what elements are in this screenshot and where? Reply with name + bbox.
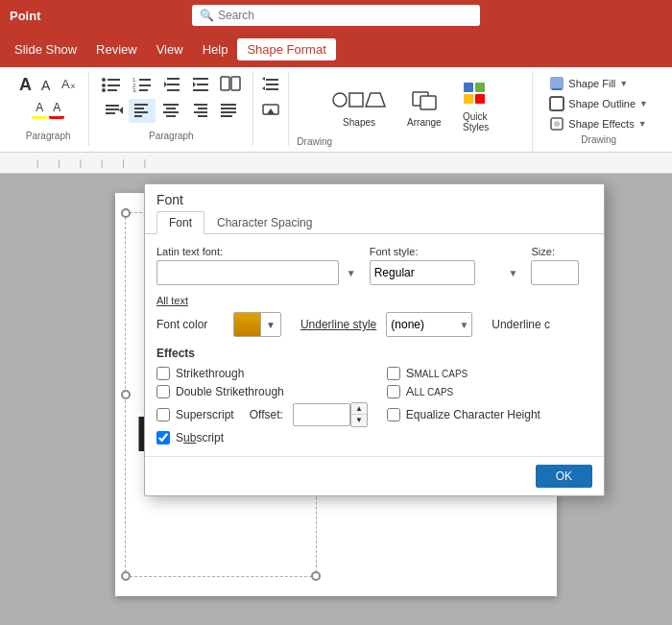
all-caps-a: A: [406, 384, 415, 398]
svg-text:3.: 3.: [132, 87, 137, 92]
svg-rect-44: [266, 84, 278, 85]
numbered-list-btn[interactable]: 1.2.3.: [128, 73, 156, 97]
svg-rect-21: [221, 77, 229, 90]
double-strikethrough-label[interactable]: Double Strikethrough: [176, 385, 284, 398]
svg-marker-49: [267, 108, 275, 114]
menu-review[interactable]: Review: [86, 38, 147, 60]
bullet-list-btn[interactable]: [97, 73, 126, 97]
spinner-down[interactable]: ▼: [351, 415, 367, 426]
latin-font-arrow[interactable]: ▼: [347, 268, 356, 278]
equalize-label[interactable]: Equalize Character Height: [406, 408, 540, 421]
all-caps-row: All Caps: [387, 384, 592, 398]
superscript-checkbox[interactable]: [156, 408, 170, 421]
text-highlight[interactable]: A: [32, 99, 47, 119]
quick-styles-label: QuickStyles: [463, 111, 489, 132]
offset-label: Offset:: [250, 408, 283, 421]
align-left-btn[interactable]: [129, 99, 156, 123]
svg-rect-12: [139, 89, 148, 91]
columns-btn[interactable]: [216, 73, 245, 97]
small-caps-label[interactable]: Small Caps: [406, 366, 468, 380]
small-caps-checkbox[interactable]: [387, 367, 400, 380]
underline-style-select[interactable]: (none) Single Double Dotted: [386, 312, 472, 337]
line-spacing-btn[interactable]: [257, 73, 284, 97]
subscript-checkbox[interactable]: [156, 431, 170, 445]
svg-rect-45: [266, 88, 278, 90]
equalize-checkbox[interactable]: [387, 408, 400, 421]
shape-fill-btn[interactable]: Shape Fill ▼: [546, 75, 651, 92]
svg-rect-10: [139, 84, 151, 86]
strikethrough-checkbox[interactable]: [156, 367, 170, 380]
clear-formatting[interactable]: Aₓ: [56, 73, 81, 97]
shape-fill-arrow[interactable]: ▼: [619, 79, 628, 88]
svg-rect-40: [221, 108, 236, 109]
menu-slide-show[interactable]: Slide Show: [5, 38, 86, 60]
svg-rect-35: [194, 104, 207, 106]
double-strikethrough-checkbox[interactable]: [156, 385, 170, 398]
shape-outline-arrow[interactable]: ▼: [639, 99, 648, 108]
svg-marker-26: [119, 107, 123, 114]
offset-spinner[interactable]: ▲ ▼: [350, 402, 368, 427]
ok-button[interactable]: OK: [536, 465, 592, 488]
align-center-btn[interactable]: [157, 99, 184, 123]
arrange-btn[interactable]: Arrange: [399, 79, 449, 132]
latin-font-select-wrapper: +Body ▼: [156, 260, 360, 285]
font-size-a-small[interactable]: A: [37, 76, 54, 95]
offset-input[interactable]: -25%: [293, 403, 350, 426]
subscript-label[interactable]: Subscript: [176, 431, 224, 445]
font-color-btn[interactable]: ▼: [233, 312, 281, 337]
menu-view[interactable]: View: [147, 38, 193, 60]
all-caps-checkbox[interactable]: [387, 385, 400, 398]
strikethrough-label[interactable]: Strikethrough: [176, 367, 244, 380]
svg-marker-18: [193, 82, 196, 87]
tab-character-spacing[interactable]: Character Spacing: [204, 211, 324, 234]
ribbon: A A Aₓ A A Paragraph 1.2.3.: [0, 67, 672, 153]
shape-effects-btn[interactable]: Shape Effects ▼: [546, 115, 651, 132]
dialog-title-bar: Font: [145, 184, 604, 207]
menu-shape-format[interactable]: Shape Format: [237, 38, 335, 60]
subscript-ub: ub: [183, 431, 196, 445]
svg-rect-28: [134, 108, 144, 109]
superscript-row: Superscript Offset: -25% ▲ ▼: [156, 402, 368, 427]
search-box[interactable]: 🔍: [192, 5, 480, 26]
svg-marker-14: [164, 82, 167, 87]
svg-rect-8: [139, 79, 151, 81]
shape-effects-arrow[interactable]: ▼: [638, 119, 647, 129]
svg-rect-6: [108, 89, 117, 91]
spinner-up[interactable]: ▲: [351, 403, 367, 415]
font-style-group: Font style: Regular Bold Italic Bold Ita…: [370, 246, 522, 285]
svg-rect-13: [167, 78, 180, 80]
shape-outline-btn[interactable]: Shape Outline ▼: [546, 95, 651, 112]
svg-marker-47: [262, 86, 265, 90]
text-direction-btn[interactable]: [100, 99, 127, 123]
menu-help[interactable]: Help: [193, 38, 238, 60]
font-color[interactable]: A: [49, 99, 64, 119]
align-right-btn[interactable]: [186, 99, 213, 123]
font-size-a-large[interactable]: A: [15, 73, 36, 97]
dialog-title: Font: [156, 192, 183, 207]
font-size-input[interactable]: 48: [531, 260, 579, 285]
svg-rect-29: [134, 111, 148, 113]
shapes-label: Shapes: [343, 117, 375, 128]
justify-btn[interactable]: [215, 99, 242, 123]
svg-rect-2: [108, 79, 120, 81]
all-caps-label[interactable]: All Caps: [406, 384, 453, 398]
text-convert-btn[interactable]: [257, 99, 284, 123]
shapes-btn[interactable]: Shapes: [323, 79, 396, 132]
quick-styles-btn[interactable]: QuickStyles: [453, 73, 499, 136]
latin-font-input[interactable]: +Body: [156, 260, 339, 285]
search-input[interactable]: [218, 9, 472, 22]
superscript-label[interactable]: Superscript: [176, 408, 234, 421]
font-style-select[interactable]: Regular Bold Italic Bold Italic: [370, 260, 475, 285]
svg-rect-15: [167, 84, 180, 85]
decrease-indent-btn[interactable]: [158, 73, 185, 97]
increase-indent-btn[interactable]: [187, 73, 214, 97]
font-style-label: Font style:: [370, 246, 522, 257]
font-color-dropdown-arrow[interactable]: ▼: [261, 320, 280, 330]
svg-rect-54: [420, 96, 436, 109]
svg-rect-39: [221, 104, 236, 106]
small-caps-s: S: [406, 366, 415, 380]
tab-font[interactable]: Font: [156, 211, 204, 234]
svg-rect-36: [198, 108, 207, 109]
subscript-script: script: [196, 431, 224, 445]
ribbon-group-paragraph: 1.2.3.: [89, 71, 253, 146]
